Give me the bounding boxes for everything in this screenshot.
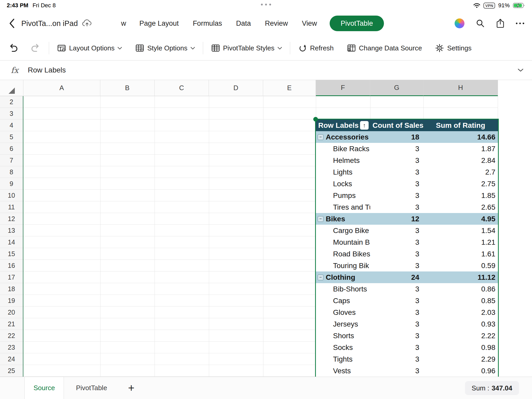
sheet-tab[interactable]: Source (24, 377, 64, 399)
pivot-count-cell[interactable]: 3 (370, 225, 423, 236)
tab-partial[interactable]: w (121, 19, 126, 28)
pivot-count-cell[interactable]: 3 (370, 295, 423, 307)
pivot-rating-cell[interactable]: 2.03 (423, 307, 498, 318)
pivot-count-cell[interactable]: 3 (370, 365, 423, 377)
pivot-row[interactable]: − Pumps 3 1.85 (316, 190, 498, 201)
pivot-row[interactable]: − Road Bikes 3 1.61 (316, 248, 498, 260)
collapse-minus-icon[interactable]: − (318, 134, 323, 140)
row-header[interactable]: 4 (0, 119, 23, 131)
ribbon-tab[interactable]: Data (229, 19, 258, 28)
settings-button[interactable]: Settings (435, 43, 471, 53)
pivot-count-cell[interactable]: 3 (370, 307, 423, 318)
pivot-row[interactable]: − Caps 3 0.85 (316, 295, 498, 307)
row-header[interactable]: 22 (0, 330, 23, 342)
column-header[interactable]: A (23, 80, 100, 96)
row-header[interactable]: 23 (0, 342, 23, 353)
pivot-label-cell[interactable]: − Locks (316, 178, 370, 190)
pivot-row[interactable]: − Bike Racks 3 1.87 (316, 143, 498, 155)
pivot-rating-cell[interactable]: 1.85 (423, 190, 498, 201)
refresh-button[interactable]: Refresh (298, 43, 334, 53)
pivot-label-cell[interactable]: − Shorts (316, 330, 370, 342)
pivot-count-cell[interactable]: 3 (370, 143, 423, 155)
pivot-rating-cell[interactable]: 1.61 (423, 248, 498, 260)
pivot-row[interactable]: − Socks 3 0.98 (316, 342, 498, 353)
pivot-row[interactable]: − Helmets 3 2.84 (316, 155, 498, 166)
row-header[interactable]: 21 (0, 318, 23, 330)
ribbon-tab[interactable]: Review (258, 19, 295, 28)
row-header[interactable]: 14 (0, 236, 23, 248)
search-icon[interactable] (476, 19, 485, 28)
sort-ascending-icon[interactable]: ↑ (360, 121, 369, 130)
pivot-rating-cell[interactable]: 2.65 (423, 201, 498, 213)
collapse-minus-icon[interactable]: − (318, 216, 323, 222)
pivot-count-cell[interactable]: 3 (370, 283, 423, 295)
pivot-label-cell[interactable]: − Accessories (316, 131, 370, 143)
share-icon[interactable] (496, 18, 504, 28)
pivot-row[interactable]: − Touring Bik 3 0.59 (316, 260, 498, 271)
pivot-label-cell[interactable]: − Bikes (316, 213, 370, 225)
pivot-rating-cell[interactable]: 4.95 (423, 213, 498, 225)
pivot-header-count-cell[interactable]: Count of Sales (370, 119, 423, 131)
redo-button[interactable] (30, 43, 41, 54)
ribbon-tab[interactable]: View (295, 19, 324, 28)
row-header[interactable]: 13 (0, 225, 23, 236)
pivot-rating-cell[interactable]: 1.54 (423, 225, 498, 236)
sheet-tab[interactable]: PivotTable (64, 377, 119, 399)
pivot-label-cell[interactable]: − Bike Racks (316, 143, 370, 155)
pivot-rating-cell[interactable]: 2.75 (423, 178, 498, 190)
pivot-row[interactable]: − Jerseys 3 0.93 (316, 318, 498, 330)
row-header[interactable]: 19 (0, 295, 23, 307)
row-header[interactable]: 2 (0, 96, 23, 108)
column-header[interactable]: B (100, 80, 155, 96)
row-header[interactable]: 11 (0, 201, 23, 213)
pivot-label-cell[interactable]: − Cargo Bike (316, 225, 370, 236)
pivot-rating-cell[interactable]: 0.98 (423, 342, 498, 353)
column-header[interactable]: G (370, 80, 423, 96)
row-header[interactable]: 6 (0, 143, 23, 155)
row-header[interactable]: 3 (0, 108, 23, 119)
pivot-label-cell[interactable]: − Socks (316, 342, 370, 353)
pivot-count-cell[interactable]: 3 (370, 178, 423, 190)
more-options-icon[interactable] (516, 18, 524, 28)
cells-grid[interactable]: Row Labels ↑ Count of Sales Sum of Ratin… (23, 96, 498, 377)
pivot-row[interactable]: − Gloves 3 2.03 (316, 307, 498, 318)
pivot-count-cell[interactable]: 12 (370, 213, 423, 225)
pivot-count-cell[interactable]: 3 (370, 342, 423, 353)
row-header[interactable]: 18 (0, 283, 23, 295)
add-sheet-button[interactable]: + (124, 377, 138, 399)
pivot-label-cell[interactable]: − Tires and Tu (316, 201, 370, 213)
pivot-count-cell[interactable]: 3 (370, 236, 423, 248)
column-header[interactable]: D (209, 80, 263, 96)
pivot-label-cell[interactable]: − Bib-Shorts (316, 283, 370, 295)
pivot-row[interactable]: − Shorts 3 2.22 (316, 330, 498, 342)
row-header[interactable]: 25 (0, 365, 23, 377)
pivot-rating-cell[interactable]: 0.85 (423, 295, 498, 307)
layout-options-button[interactable]: Layout Options (57, 43, 122, 53)
pivot-label-cell[interactable]: − Clothing (316, 271, 370, 283)
pivot-header-row[interactable]: Row Labels ↑ Count of Sales Sum of Ratin… (316, 119, 498, 131)
column-header[interactable]: E (263, 80, 316, 96)
pivot-count-cell[interactable]: 18 (370, 131, 423, 143)
pivot-label-cell[interactable]: − Touring Bik (316, 260, 370, 271)
column-header[interactable]: H (423, 80, 498, 96)
pivot-label-cell[interactable]: − Pumps (316, 190, 370, 201)
column-header[interactable]: C (155, 80, 209, 96)
pivot-label-cell[interactable]: − Tights (316, 353, 370, 365)
pivot-label-cell[interactable]: − Caps (316, 295, 370, 307)
pivot-rating-cell[interactable]: 1.21 (423, 236, 498, 248)
pivot-row[interactable]: − Bikes 12 4.95 (316, 213, 498, 225)
pivot-label-cell[interactable]: − Road Bikes (316, 248, 370, 260)
pivot-rating-cell[interactable]: 2.84 (423, 155, 498, 166)
pivot-row[interactable]: − Locks 3 2.75 (316, 178, 498, 190)
row-header[interactable]: 20 (0, 307, 23, 318)
pivot-header-rating-cell[interactable]: Sum of Rating (423, 119, 498, 131)
column-header[interactable]: F (316, 80, 370, 96)
pivot-label-cell[interactable]: − Mountain B (316, 236, 370, 248)
back-button[interactable] (7, 18, 17, 29)
formula-bar-expand-chevron-icon[interactable] (517, 68, 524, 72)
tab-pivottable-active[interactable]: PivotTable (330, 16, 384, 31)
row-header[interactable]: 24 (0, 353, 23, 365)
pivot-header-row-labels-cell[interactable]: Row Labels ↑ (316, 119, 370, 131)
ribbon-tab[interactable]: Page Layout (132, 19, 186, 28)
pivot-rating-cell[interactable]: 0.59 (423, 260, 498, 271)
